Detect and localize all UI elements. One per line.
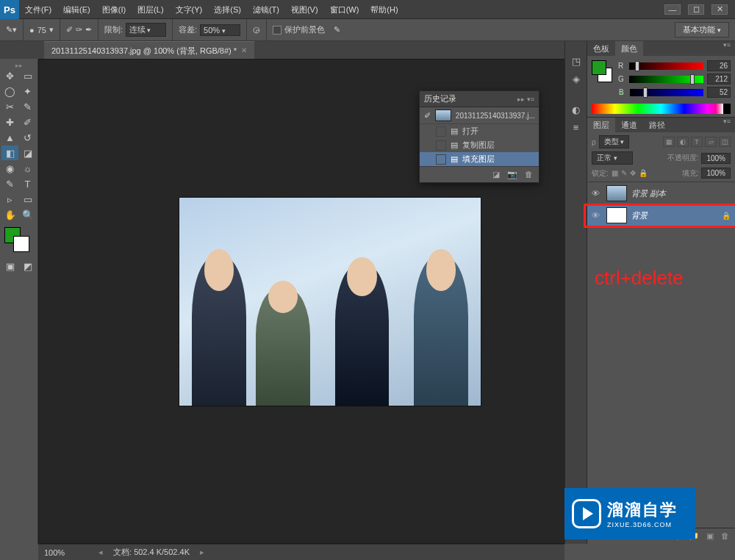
menu-window[interactable]: 窗口(W) xyxy=(324,0,365,19)
path-select-tool[interactable]: ▹ xyxy=(1,192,18,207)
tab-paths[interactable]: 路径 xyxy=(643,118,671,132)
filter-pixel-icon[interactable]: ▦ xyxy=(663,137,675,147)
tolerance-input[interactable]: 50% xyxy=(200,24,240,36)
hand-tool[interactable]: ✋ xyxy=(1,207,18,222)
new-layer-icon[interactable]: ▣ xyxy=(706,531,714,541)
visibility-icon[interactable]: 👁 xyxy=(592,189,602,198)
zoom-tool[interactable]: 🔍 xyxy=(19,207,36,222)
opacity-value[interactable]: 100% xyxy=(701,153,731,164)
menu-view[interactable]: 视图(V) xyxy=(285,0,324,19)
edit-mode-standard[interactable]: ▣ xyxy=(1,259,18,273)
history-brush-source-icon[interactable]: ✐ xyxy=(424,111,431,121)
dock-icon-nav[interactable]: ◳ xyxy=(565,53,587,69)
history-panel[interactable]: 历史记录 ▸▸ ▾≡ ✐ 20131125140313937.j... ▤打开 … xyxy=(419,90,539,183)
menu-help[interactable]: 帮助(H) xyxy=(365,0,404,19)
history-panel-header[interactable]: 历史记录 ▸▸ ▾≡ xyxy=(420,91,539,107)
tablet-pressure-icon[interactable]: ✎ xyxy=(334,25,340,35)
crop-tool[interactable]: ✂ xyxy=(1,99,18,114)
visibility-icon[interactable]: 👁 xyxy=(592,211,602,220)
g-value[interactable]: 212 xyxy=(707,73,731,85)
history-item[interactable]: ▤打开 xyxy=(420,124,539,138)
limits-dropdown[interactable]: 连续 xyxy=(126,23,166,37)
type-tool[interactable]: T xyxy=(19,176,36,191)
layer-name[interactable]: 背景 副本 xyxy=(631,188,666,199)
gradient-tool[interactable]: ◪ xyxy=(19,146,36,160)
menu-file[interactable]: 文件(F) xyxy=(19,0,57,19)
layer-filter-kind[interactable]: 类型 xyxy=(599,135,630,148)
blend-mode-dropdown[interactable]: 正常 xyxy=(592,151,633,165)
camera-icon[interactable]: 📷 xyxy=(507,170,517,179)
document-tab[interactable]: 20131125140313937.jpg @ 100% (背景, RGB/8#… xyxy=(44,41,254,59)
lock-all-icon[interactable]: 🔒 xyxy=(639,169,648,177)
menu-select[interactable]: 选择(S) xyxy=(208,0,247,19)
color-spectrum[interactable] xyxy=(592,104,731,114)
panel-fg-swatch[interactable] xyxy=(592,60,606,75)
tab-swatches[interactable]: 色板 xyxy=(587,41,615,56)
dock-icon-adjust[interactable]: ◐ xyxy=(565,101,587,118)
b-slider[interactable] xyxy=(630,89,703,96)
stamp-tool[interactable]: ▲ xyxy=(1,130,18,145)
protect-fg-checkbox[interactable] xyxy=(273,26,282,35)
blur-tool[interactable]: ◉ xyxy=(1,161,18,176)
trash-icon[interactable]: 🗑 xyxy=(721,531,729,541)
r-value[interactable]: 26 xyxy=(707,60,731,71)
edit-mode-quickmask[interactable]: ◩ xyxy=(19,259,36,273)
layer-thumb[interactable] xyxy=(606,185,627,201)
tab-layers[interactable]: 图层 xyxy=(587,118,615,132)
shape-tool[interactable]: ▭ xyxy=(19,192,36,207)
lock-position-icon[interactable]: ✥ xyxy=(630,169,636,177)
healing-tool[interactable]: ✚ xyxy=(1,115,18,129)
fill-value[interactable]: 100% xyxy=(701,168,731,179)
marquee-tool[interactable]: ▭ xyxy=(19,68,36,83)
filter-smart-icon[interactable]: ◫ xyxy=(719,137,731,147)
close-icon[interactable]: ✕ xyxy=(241,43,247,59)
eraser-tool[interactable]: ◧ xyxy=(1,146,18,160)
pressure-icon[interactable]: ◶ xyxy=(253,25,260,35)
brush-variant-icon-3[interactable]: ✒ xyxy=(85,25,92,35)
r-slider[interactable] xyxy=(629,62,703,70)
filter-shape-icon[interactable]: ▱ xyxy=(705,137,717,147)
dock-icon-styles[interactable]: ≡ xyxy=(565,119,587,135)
tool-preset-icon[interactable]: ✎▾ xyxy=(6,25,17,35)
minimize-button[interactable]: — xyxy=(664,4,681,15)
maximize-button[interactable]: ◻ xyxy=(688,4,704,15)
layer-thumb[interactable] xyxy=(606,207,627,223)
layer-name[interactable]: 背景 xyxy=(631,210,648,221)
panel-menu-icon[interactable]: ▾≡ xyxy=(719,118,735,132)
background-swatch[interactable] xyxy=(13,236,29,252)
brush-variant-icon-1[interactable]: ✐ xyxy=(66,25,73,35)
history-snapshot[interactable]: ✐ 20131125140313937.j... xyxy=(420,107,539,124)
close-button[interactable]: ✕ xyxy=(711,4,728,15)
chevron-down-icon[interactable]: ▾ xyxy=(49,25,54,35)
menu-filter[interactable]: 滤镜(T) xyxy=(247,0,285,19)
color-swatches[interactable] xyxy=(1,226,36,255)
menu-image[interactable]: 图像(I) xyxy=(96,0,132,19)
filter-adjust-icon[interactable]: ◐ xyxy=(677,137,689,147)
filter-type-icon[interactable]: T xyxy=(691,137,703,147)
zoom-level[interactable]: 100% xyxy=(44,548,88,557)
menu-edit[interactable]: 编辑(E) xyxy=(57,0,96,19)
trash-icon[interactable]: 🗑 xyxy=(525,170,533,179)
create-snapshot-icon[interactable]: ◪ xyxy=(492,170,500,179)
history-item[interactable]: ▤复制图层 xyxy=(420,138,539,152)
brush-size[interactable]: 75 xyxy=(37,26,46,35)
lock-pixels-icon[interactable]: ✎ xyxy=(621,169,627,177)
quick-select-tool[interactable]: ✦ xyxy=(19,84,36,98)
lock-transparent-icon[interactable]: ▦ xyxy=(612,169,618,177)
eyedropper-tool[interactable]: ✎ xyxy=(19,99,36,114)
panel-menu-icon[interactable]: ▾≡ xyxy=(719,41,735,56)
statusbar-next-icon[interactable]: ▸ xyxy=(200,548,204,557)
menu-layer[interactable]: 图层(L) xyxy=(132,0,169,19)
brush-variant-icon-2[interactable]: ✑ xyxy=(76,25,82,35)
b-value[interactable]: 52 xyxy=(707,87,731,98)
dodge-tool[interactable]: ☼ xyxy=(19,161,36,176)
document-canvas[interactable] xyxy=(179,197,481,406)
workspace-dropdown[interactable]: 基本功能 xyxy=(675,22,729,37)
pen-tool[interactable]: ✎ xyxy=(1,176,18,191)
g-slider[interactable] xyxy=(629,76,703,83)
lasso-tool[interactable]: ◯ xyxy=(1,84,18,98)
tab-color[interactable]: 颜色 xyxy=(615,41,643,56)
brush-tool[interactable]: ✐ xyxy=(19,115,36,129)
dock-icon-info[interactable]: ◈ xyxy=(565,71,587,87)
menu-type[interactable]: 文字(Y) xyxy=(170,0,209,19)
